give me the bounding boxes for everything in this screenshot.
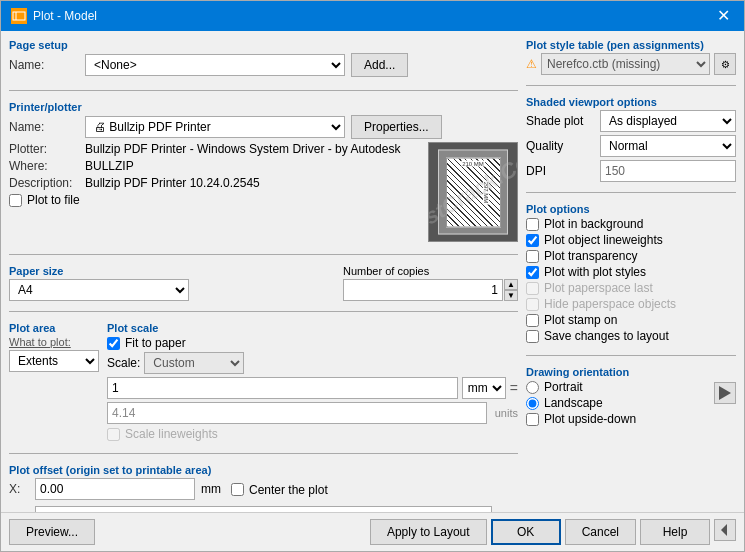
scale-select[interactable]: Custom bbox=[144, 352, 244, 374]
upside-down-label: Plot upside-down bbox=[544, 412, 636, 426]
upside-down-checkbox[interactable] bbox=[526, 413, 539, 426]
what-to-plot-row: What to plot: Extents bbox=[9, 336, 99, 372]
fit-to-paper-label: Fit to paper bbox=[125, 336, 186, 350]
what-to-plot-label: What to plot: bbox=[9, 336, 99, 348]
cancel-button[interactable]: Cancel bbox=[565, 519, 636, 545]
scale-label: Scale: bbox=[107, 356, 140, 370]
x-input[interactable] bbox=[35, 478, 195, 500]
object-lineweights-checkbox[interactable] bbox=[526, 234, 539, 247]
dpi-input[interactable] bbox=[600, 160, 736, 182]
center-plot-checkbox[interactable] bbox=[231, 483, 244, 496]
plot-to-file-checkbox[interactable] bbox=[9, 194, 22, 207]
scale-label-row: Scale: Custom bbox=[107, 352, 518, 374]
help-button[interactable]: Help bbox=[640, 519, 710, 545]
plot-styles-checkbox[interactable] bbox=[526, 266, 539, 279]
landscape-radio[interactable] bbox=[526, 397, 539, 410]
center-plot-row: Center the plot bbox=[231, 483, 328, 497]
scale-values-row: mm = bbox=[107, 377, 518, 399]
orientation-row: Portrait Landscape Plot upside-down bbox=[526, 380, 736, 428]
where-value: BULLZIP bbox=[85, 159, 134, 173]
transparency-row: Plot transparency bbox=[526, 249, 736, 263]
shaded-viewport-section: Shaded viewport options Shade plot As di… bbox=[526, 96, 736, 182]
orientation-options: Portrait Landscape Plot upside-down bbox=[526, 380, 636, 428]
hide-paperspace-checkbox[interactable] bbox=[526, 298, 539, 311]
printer-title: Printer/plotter bbox=[9, 101, 518, 113]
scale-value2-input[interactable] bbox=[107, 402, 487, 424]
offset-x-row: X: mm bbox=[9, 478, 221, 500]
left-panel: Page setup Name: <None> Add... Printer/p… bbox=[9, 39, 518, 504]
copies-up-button[interactable]: ▲ bbox=[504, 279, 518, 290]
plot-icon bbox=[11, 8, 27, 24]
style-table-row: ⚠ Nerefco.ctb (missing) ⚙ bbox=[526, 53, 736, 75]
svg-rect-0 bbox=[13, 12, 25, 20]
scale-value1-input[interactable] bbox=[107, 377, 458, 399]
style-table-edit-button[interactable]: ⚙ bbox=[714, 53, 736, 75]
plot-styles-label: Plot with plot styles bbox=[544, 265, 646, 279]
quality-row: Quality Normal bbox=[526, 135, 736, 157]
hide-paperspace-row: Hide paperspace objects bbox=[526, 297, 736, 311]
shade-plot-select[interactable]: As displayed bbox=[600, 110, 736, 132]
scale-units-label: units bbox=[495, 407, 518, 419]
x-label: X: bbox=[9, 482, 29, 496]
scale-lineweights-row: Scale lineweights bbox=[107, 427, 518, 441]
save-changes-checkbox[interactable] bbox=[526, 330, 539, 343]
paper-size-select[interactable]: A4 bbox=[9, 279, 189, 301]
properties-button[interactable]: Properties... bbox=[351, 115, 442, 139]
save-changes-row: Save changes to layout bbox=[526, 329, 736, 343]
quality-select[interactable]: Normal bbox=[600, 135, 736, 157]
background-checkbox[interactable] bbox=[526, 218, 539, 231]
copies-down-button[interactable]: ▼ bbox=[504, 290, 518, 301]
page-setup-name-select[interactable]: <None> bbox=[85, 54, 345, 76]
portrait-radio[interactable] bbox=[526, 381, 539, 394]
apply-to-layout-button[interactable]: Apply to Layout bbox=[370, 519, 487, 545]
fit-to-paper-checkbox[interactable] bbox=[107, 337, 120, 350]
footer: Preview... Apply to Layout OK Cancel Hel… bbox=[1, 512, 744, 551]
background-row: Plot in background bbox=[526, 217, 736, 231]
portrait-row: Portrait bbox=[526, 380, 636, 394]
plot-styles-row: Plot with plot styles bbox=[526, 265, 736, 279]
dialog-title: Plot - Model bbox=[33, 9, 97, 23]
paper-copies-row: Paper size A4 Number of copies 1 ▲ ▼ bbox=[9, 265, 518, 301]
shade-plot-row: Shade plot As displayed bbox=[526, 110, 736, 132]
lineweights-row: Plot object lineweights bbox=[526, 233, 736, 247]
close-button[interactable]: ✕ bbox=[713, 8, 734, 24]
plot-stamp-row: Plot stamp on bbox=[526, 313, 736, 327]
what-to-plot-select[interactable]: Extents bbox=[9, 350, 99, 372]
copies-input[interactable]: 1 bbox=[343, 279, 503, 301]
scale-lineweights-checkbox[interactable] bbox=[107, 428, 120, 441]
warning-icon: ⚠ bbox=[526, 57, 537, 71]
dpi-label: DPI bbox=[526, 164, 594, 178]
plot-area-section: Plot area What to plot: Extents bbox=[9, 322, 99, 443]
printer-name-label: Name: bbox=[9, 120, 79, 134]
preview-button[interactable]: Preview... bbox=[9, 519, 95, 545]
preview-height-label: 297 MM bbox=[483, 180, 489, 204]
titlebar: Plot - Model ✕ bbox=[1, 1, 744, 31]
paperspace-last-row: Plot paperspace last bbox=[526, 281, 736, 295]
upside-down-row: Plot upside-down bbox=[526, 412, 636, 426]
printer-name-select[interactable]: 🖨 Bullzip PDF Printer bbox=[85, 116, 345, 138]
plot-options-section: Plot options Plot in background Plot obj… bbox=[526, 203, 736, 345]
plotter-value: Bullzip PDF Printer - Windows System Dri… bbox=[85, 142, 400, 156]
plot-stamp-checkbox[interactable] bbox=[526, 314, 539, 327]
navigate-back-button[interactable] bbox=[714, 519, 736, 541]
ok-button[interactable]: OK bbox=[491, 519, 561, 545]
paperspace-last-checkbox[interactable] bbox=[526, 282, 539, 295]
add-button[interactable]: Add... bbox=[351, 53, 408, 77]
transparency-label: Plot transparency bbox=[544, 249, 637, 263]
scale-lineweights-label: Scale lineweights bbox=[125, 427, 218, 441]
plot-to-file-row: Plot to file bbox=[9, 193, 422, 207]
plot-scale-title: Plot scale bbox=[107, 322, 518, 334]
printer-name-row: Name: 🖨 Bullzip PDF Printer Properties..… bbox=[9, 115, 518, 139]
orientation-arrow-button[interactable] bbox=[714, 382, 736, 404]
style-table-select[interactable]: Nerefco.ctb (missing) bbox=[541, 53, 710, 75]
plotter-row: Plotter: Bullzip PDF Printer - Windows S… bbox=[9, 142, 422, 156]
chevron-right-icon bbox=[719, 524, 731, 536]
plot-offset-title: Plot offset (origin set to printable are… bbox=[9, 464, 518, 476]
plot-style-title: Plot style table (pen assignments) bbox=[526, 39, 736, 51]
background-label: Plot in background bbox=[544, 217, 643, 231]
orientation-title: Drawing orientation bbox=[526, 366, 736, 378]
scale-unit-select[interactable]: mm bbox=[462, 377, 506, 399]
transparency-checkbox[interactable] bbox=[526, 250, 539, 263]
description-label: Description: bbox=[9, 176, 79, 190]
landscape-label: Landscape bbox=[544, 396, 603, 410]
